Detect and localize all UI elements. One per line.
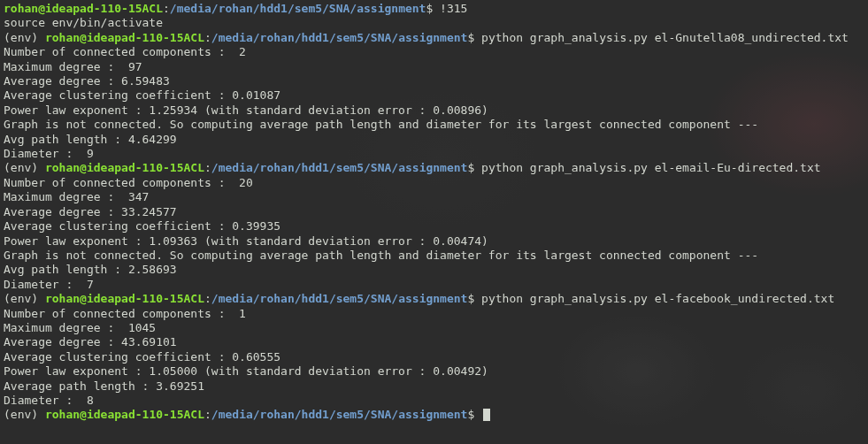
terminal-line: Diameter : 8 [4, 394, 864, 408]
output-text: Average degree : 43.69101 [4, 335, 177, 348]
output-text: Maximum degree : 1045 [4, 321, 156, 334]
terminal-line: Average degree : 43.69101 [4, 335, 864, 349]
output-text: Graph is not connected. So computing ave… [4, 118, 758, 131]
command-text: !315 [433, 2, 467, 15]
prompt-at: @ [38, 2, 45, 15]
prompt-colon: : [204, 31, 211, 44]
terminal-line: Power law exponent : 1.25934 (with stand… [4, 103, 864, 118]
command-text: python graph_analysis.py el-Gnutella08_u… [474, 31, 849, 44]
command-text: python graph_analysis.py el-email-Eu-dir… [474, 161, 820, 174]
prompt-at: @ [80, 292, 87, 305]
terminal-line: Average degree : 6.59483 [4, 74, 864, 88]
terminal-line: Number of connected components : 20 [4, 176, 864, 190]
terminal-output[interactable]: rohan@ideapad-110-15ACL:/media/rohan/hdd… [0, 0, 868, 425]
terminal-line: (env) rohan@ideapad-110-15ACL:/media/roh… [4, 408, 864, 422]
prompt-path: /media/rohan/hdd1/sem5/SNA/assignment [211, 31, 468, 44]
terminal-line: Avg path length : 4.64299 [4, 133, 864, 147]
prompt-user: rohan [4, 2, 38, 15]
terminal-line: Power law exponent : 1.09363 (with stand… [4, 234, 864, 249]
terminal-line: Average clustering coefficient : 0.01087 [4, 88, 864, 103]
terminal-line: source env/bin/activate [4, 16, 864, 30]
prompt-path: /media/rohan/hdd1/sem5/SNA/assignment [170, 2, 426, 15]
prompt-colon: : [204, 292, 211, 305]
prompt-colon: : [204, 408, 211, 421]
output-text: Graph is not connected. So computing ave… [4, 249, 758, 262]
output-text: Avg path length : 2.58693 [4, 263, 177, 276]
prompt-path: /media/rohan/hdd1/sem5/SNA/assignment [211, 161, 468, 174]
terminal-line: Avg path length : 2.58693 [4, 263, 864, 277]
output-text: Maximum degree : 97 [4, 60, 142, 73]
prompt-at: @ [80, 161, 87, 174]
output-text: Diameter : 9 [4, 147, 94, 160]
output-text: Power law exponent : 1.09363 (with stand… [4, 234, 488, 248]
env-prefix: (env) [4, 31, 45, 44]
output-text: Power law exponent : 1.25934 (with stand… [4, 103, 488, 117]
prompt-host: ideapad-110-15ACL [87, 292, 204, 305]
output-text: Average clustering coefficient : 0.39935 [4, 219, 280, 233]
output-text: Number of connected components : 20 [4, 176, 253, 189]
env-prefix: (env) [4, 292, 45, 305]
command-text: python graph_analysis.py el-facebook_und… [474, 292, 834, 305]
output-text: Average degree : 6.59483 [4, 74, 170, 88]
prompt-user: rohan [45, 31, 80, 44]
prompt-at: @ [80, 31, 87, 44]
terminal-line: Average clustering coefficient : 0.39935 [4, 219, 864, 233]
terminal-line: Power law exponent : 1.05000 (with stand… [4, 364, 864, 379]
command-text [474, 408, 481, 421]
prompt-user: rohan [45, 408, 80, 421]
terminal-line: Graph is not connected. So computing ave… [4, 118, 864, 132]
terminal-line: (env) rohan@ideapad-110-15ACL:/media/roh… [4, 292, 864, 306]
output-text: Power law exponent : 1.05000 (with stand… [4, 364, 488, 378]
output-text: Average degree : 33.24577 [4, 205, 177, 218]
terminal-line: Number of connected components : 1 [4, 307, 864, 321]
prompt-path: /media/rohan/hdd1/sem5/SNA/assignment [211, 292, 468, 305]
terminal-line: (env) rohan@ideapad-110-15ACL:/media/roh… [4, 161, 864, 175]
cursor[interactable] [483, 409, 490, 421]
terminal-line: Maximum degree : 347 [4, 190, 864, 204]
prompt-at: @ [80, 408, 87, 421]
output-text: source env/bin/activate [4, 16, 163, 29]
terminal-line: Number of connected components : 2 [4, 45, 864, 59]
prompt-host: ideapad-110-15ACL [87, 31, 204, 44]
output-text: Maximum degree : 347 [4, 190, 149, 203]
prompt-host: ideapad-110-15ACL [87, 161, 204, 174]
terminal-line: Average path length : 3.69251 [4, 379, 864, 394]
env-prefix: (env) [4, 161, 45, 174]
terminal-line: Average clustering coefficient : 0.60555 [4, 350, 864, 364]
terminal-line: Maximum degree : 97 [4, 60, 864, 74]
prompt-colon: : [204, 161, 211, 174]
prompt-user: rohan [45, 292, 80, 305]
terminal-line: rohan@ideapad-110-15ACL:/media/rohan/hdd… [4, 2, 864, 16]
output-text: Diameter : 7 [4, 278, 94, 291]
output-text: Average clustering coefficient : 0.60555 [4, 350, 280, 364]
output-text: Avg path length : 4.64299 [4, 133, 177, 146]
output-text: Diameter : 8 [4, 394, 94, 407]
output-text: Average clustering coefficient : 0.01087 [4, 88, 280, 102]
prompt-host: ideapad-110-15ACL [45, 2, 163, 15]
prompt-colon: : [163, 2, 170, 15]
prompt-user: rohan [45, 161, 80, 174]
terminal-line: Average degree : 33.24577 [4, 205, 864, 219]
terminal-line: (env) rohan@ideapad-110-15ACL:/media/roh… [4, 31, 864, 45]
terminal-line: Graph is not connected. So computing ave… [4, 249, 864, 263]
prompt-host: ideapad-110-15ACL [87, 408, 204, 421]
terminal-line: Diameter : 7 [4, 278, 864, 292]
output-text: Number of connected components : 2 [4, 45, 246, 58]
terminal-line: Maximum degree : 1045 [4, 321, 864, 335]
env-prefix: (env) [4, 408, 45, 421]
terminal-line: Diameter : 9 [4, 147, 864, 161]
output-text: Average path length : 3.69251 [4, 379, 204, 393]
prompt-path: /media/rohan/hdd1/sem5/SNA/assignment [211, 408, 468, 421]
output-text: Number of connected components : 1 [4, 307, 246, 320]
